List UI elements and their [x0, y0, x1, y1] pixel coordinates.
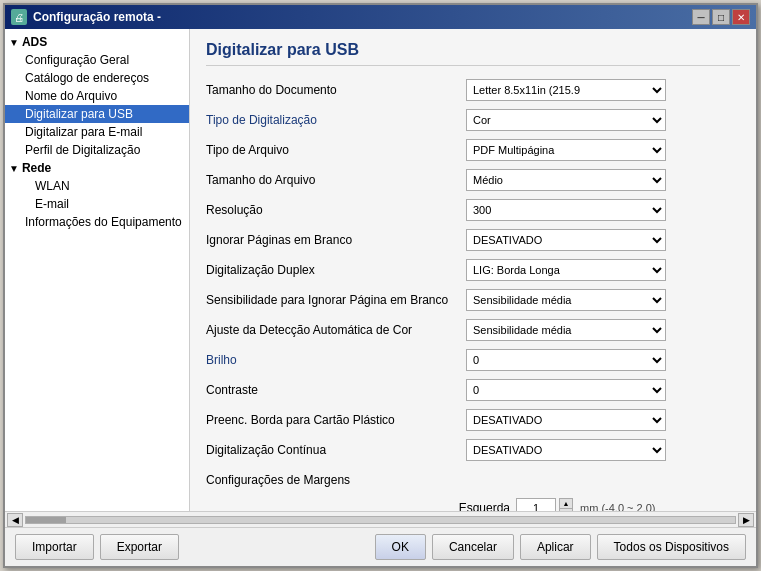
- control-tipo-arquivo: PDF Multipágina: [466, 139, 666, 161]
- importar-button[interactable]: Importar: [15, 534, 94, 560]
- sidebar-item-perfil[interactable]: Perfil de Digitalização: [5, 141, 189, 159]
- sidebar-item-info-equipamento[interactable]: Informações do Equipamento: [5, 213, 189, 231]
- control-sensibilidade-ignorar: Sensibilidade média: [466, 289, 666, 311]
- margin-input-group-esquerda: ▲ ▼ mm (-4.0 ~ 2.0): [516, 498, 656, 511]
- bottom-buttons-row: Importar Exportar OK Cancelar Aplicar To…: [15, 534, 746, 560]
- label-resolucao: Resolução: [206, 203, 466, 217]
- margin-row-esquerda: Esquerda ▲ ▼ mm (-4.0 ~ 2.0): [446, 498, 740, 511]
- select-brilho[interactable]: 0 -1 1: [466, 349, 666, 371]
- select-sensibilidade-ignorar[interactable]: Sensibilidade média: [466, 289, 666, 311]
- sidebar-item-config-geral[interactable]: Configuração Geral: [5, 51, 189, 69]
- row-duplex: Digitalização Duplex LIG: Borda Longa LI…: [206, 258, 740, 282]
- label-ajuste-deteccao: Ajuste da Detecção Automática de Cor: [206, 323, 466, 337]
- tree-expand-icon-rede: ▼: [9, 163, 19, 174]
- row-margens-label: Configurações de Margens: [206, 468, 740, 492]
- row-digitalizacao-continua: Digitalização Contínua DESATIVADO ATIVAD…: [206, 438, 740, 462]
- label-digitalizacao-continua: Digitalização Contínua: [206, 443, 466, 457]
- control-ajuste-deteccao: Sensibilidade média: [466, 319, 666, 341]
- label-duplex: Digitalização Duplex: [206, 263, 466, 277]
- label-tipo-arquivo: Tipo de Arquivo: [206, 143, 466, 157]
- label-contraste: Contraste: [206, 383, 466, 397]
- control-brilho: 0 -1 1: [466, 349, 666, 371]
- margin-input-esquerda[interactable]: [516, 498, 556, 511]
- label-ignorar-paginas: Ignorar Páginas em Branco: [206, 233, 466, 247]
- scrollbar-thumb: [26, 517, 66, 523]
- aplicar-button[interactable]: Aplicar: [520, 534, 591, 560]
- tree-expand-icon: ▼: [9, 37, 19, 48]
- main-window: 🖨 Configuração remota - ─ □ ✕ ▼ ADS Conf…: [3, 3, 758, 568]
- select-contraste[interactable]: 0 -1 1: [466, 379, 666, 401]
- control-ignorar-paginas: DESATIVADO ATIVADO: [466, 229, 666, 251]
- sidebar-item-nome-arquivo[interactable]: Nome do Arquivo: [5, 87, 189, 105]
- control-tamanho-arquivo: Médio: [466, 169, 666, 191]
- label-brilho: Brilho: [206, 353, 466, 367]
- label-sensibilidade-ignorar: Sensibilidade para Ignorar Página em Bra…: [206, 293, 466, 307]
- control-contraste: 0 -1 1: [466, 379, 666, 401]
- select-tipo-digitalizacao[interactable]: Cor Preto e Branco: [466, 109, 666, 131]
- content-area: ▼ ADS Configuração Geral Catálogo de end…: [5, 29, 756, 511]
- row-contraste: Contraste 0 -1 1: [206, 378, 740, 402]
- select-tipo-arquivo[interactable]: PDF Multipágina: [466, 139, 666, 161]
- sidebar-item-email[interactable]: E-mail: [5, 195, 189, 213]
- cancelar-button[interactable]: Cancelar: [432, 534, 514, 560]
- select-duplex[interactable]: LIG: Borda Longa LIG: Borda Curta DESL: [466, 259, 666, 281]
- control-digitalizacao-continua: DESATIVADO ATIVADO: [466, 439, 666, 461]
- label-tamanho-documento: Tamanho do Documento: [206, 83, 466, 97]
- maximize-button[interactable]: □: [712, 9, 730, 25]
- select-ajuste-deteccao[interactable]: Sensibilidade média: [466, 319, 666, 341]
- ok-button[interactable]: OK: [375, 534, 426, 560]
- title-controls: ─ □ ✕: [692, 9, 750, 25]
- label-tipo-digitalizacao: Tipo de Digitalização: [206, 113, 466, 127]
- sidebar-item-ads[interactable]: ▼ ADS: [5, 33, 189, 51]
- sidebar-item-rede[interactable]: ▼ Rede: [5, 159, 189, 177]
- minimize-button[interactable]: ─: [692, 9, 710, 25]
- label-preenc-borda: Preenc. Borda para Cartão Plástico: [206, 413, 466, 427]
- select-digitalizacao-continua[interactable]: DESATIVADO ATIVADO: [466, 439, 666, 461]
- control-preenc-borda: DESATIVADO ATIVADO: [466, 409, 666, 431]
- sidebar-item-catalogo[interactable]: Catálogo de endereços: [5, 69, 189, 87]
- row-tipo-digitalizacao: Tipo de Digitalização Cor Preto e Branco: [206, 108, 740, 132]
- control-tamanho-documento: Letter 8.5x11in (215.9 A4: [466, 79, 666, 101]
- sidebar: ▼ ADS Configuração Geral Catálogo de end…: [5, 29, 190, 511]
- margins-grid: Esquerda ▲ ▼ mm (-4.0 ~ 2.0) Superior: [446, 498, 740, 511]
- spin-up-esquerda[interactable]: ▲: [559, 498, 573, 508]
- select-tamanho-arquivo[interactable]: Médio: [466, 169, 666, 191]
- margin-label-esquerda: Esquerda: [446, 501, 516, 511]
- main-panel: Digitalizar para USB Tamanho do Document…: [190, 29, 756, 511]
- row-ignorar-paginas: Ignorar Páginas em Branco DESATIVADO ATI…: [206, 228, 740, 252]
- label-tamanho-arquivo: Tamanho do Arquivo: [206, 173, 466, 187]
- control-duplex: LIG: Borda Longa LIG: Borda Curta DESL: [466, 259, 666, 281]
- select-resolucao[interactable]: 300 200 600: [466, 199, 666, 221]
- sidebar-item-digitalizar-email[interactable]: Digitalizar para E-mail: [5, 123, 189, 141]
- row-tamanho-arquivo: Tamanho do Arquivo Médio: [206, 168, 740, 192]
- scroll-right-button[interactable]: ▶: [738, 513, 754, 527]
- select-preenc-borda[interactable]: DESATIVADO ATIVADO: [466, 409, 666, 431]
- row-resolucao: Resolução 300 200 600: [206, 198, 740, 222]
- row-preenc-borda: Preenc. Borda para Cartão Plástico DESAT…: [206, 408, 740, 432]
- row-ajuste-deteccao: Ajuste da Detecção Automática de Cor Sen…: [206, 318, 740, 342]
- row-sensibilidade-ignorar: Sensibilidade para Ignorar Página em Bra…: [206, 288, 740, 312]
- sidebar-item-wlan[interactable]: WLAN: [5, 177, 189, 195]
- scrollbar-track[interactable]: [25, 516, 736, 524]
- row-tamanho-documento: Tamanho do Documento Letter 8.5x11in (21…: [206, 78, 740, 102]
- label-margens: Configurações de Margens: [206, 473, 466, 487]
- todos-dispositivos-button[interactable]: Todos os Dispositivos: [597, 534, 746, 560]
- spin-esquerda: ▲ ▼: [559, 498, 573, 511]
- window-title: Configuração remota -: [33, 10, 161, 24]
- control-resolucao: 300 200 600: [466, 199, 666, 221]
- control-tipo-digitalizacao: Cor Preto e Branco: [466, 109, 666, 131]
- panel-title: Digitalizar para USB: [206, 41, 740, 66]
- row-brilho: Brilho 0 -1 1: [206, 348, 740, 372]
- sidebar-item-digitalizar-usb[interactable]: Digitalizar para USB: [5, 105, 189, 123]
- horizontal-scrollbar: ◀ ▶: [5, 511, 756, 527]
- bottom-bar: Importar Exportar OK Cancelar Aplicar To…: [5, 527, 756, 566]
- margin-range-esquerda: mm (-4.0 ~ 2.0): [580, 502, 656, 511]
- select-ignorar-paginas[interactable]: DESATIVADO ATIVADO: [466, 229, 666, 251]
- scroll-left-button[interactable]: ◀: [7, 513, 23, 527]
- row-tipo-arquivo: Tipo de Arquivo PDF Multipágina: [206, 138, 740, 162]
- title-bar: 🖨 Configuração remota - ─ □ ✕: [5, 5, 756, 29]
- close-button[interactable]: ✕: [732, 9, 750, 25]
- exportar-button[interactable]: Exportar: [100, 534, 179, 560]
- title-bar-left: 🖨 Configuração remota -: [11, 9, 161, 25]
- select-tamanho-documento[interactable]: Letter 8.5x11in (215.9 A4: [466, 79, 666, 101]
